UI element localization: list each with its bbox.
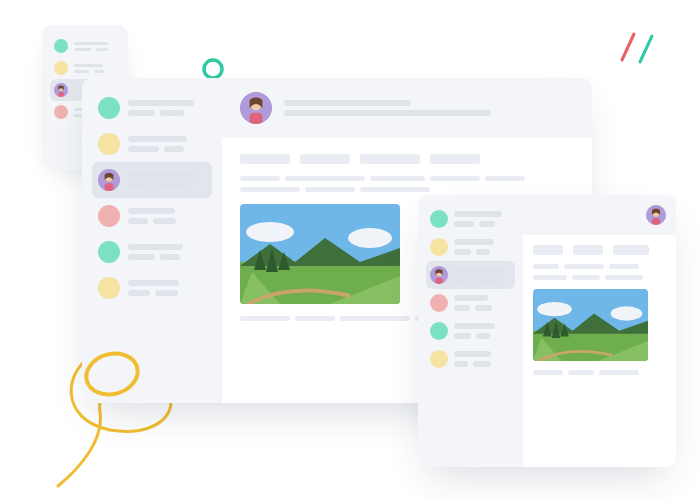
conversation-body: landscape-photo xyxy=(523,235,676,385)
conversation-list-item[interactable] xyxy=(92,198,212,234)
placeholder-lines xyxy=(454,295,511,311)
placeholder-lines xyxy=(454,211,511,227)
avatar-dot xyxy=(430,350,448,368)
placeholder-paragraph xyxy=(240,176,574,192)
conversation-list-item[interactable] xyxy=(426,205,515,233)
svg-line-2 xyxy=(640,36,652,62)
placeholder-lines xyxy=(74,42,116,51)
conversation-header: photo xyxy=(523,195,676,235)
avatar-photo xyxy=(98,169,120,191)
placeholder-lines xyxy=(454,323,511,339)
placeholder-lines xyxy=(284,100,514,116)
avatar-dot xyxy=(430,294,448,312)
placeholder-lines xyxy=(128,100,206,116)
conversation-list-item[interactable] xyxy=(426,289,515,317)
placeholder-paragraph xyxy=(533,370,666,375)
tab-row xyxy=(533,245,666,255)
placeholder-paragraph xyxy=(533,264,666,280)
avatar-dot xyxy=(98,133,120,155)
conversation-list-item[interactable] xyxy=(50,57,120,79)
conversation-list-item[interactable] xyxy=(426,345,515,373)
svg-point-15 xyxy=(348,228,392,248)
svg-rect-22 xyxy=(435,278,442,284)
placeholder-lines xyxy=(128,208,206,224)
svg-point-0 xyxy=(204,60,222,78)
avatar-dot xyxy=(430,210,448,228)
conversation-list-item[interactable] xyxy=(92,234,212,270)
avatar-dot xyxy=(98,277,120,299)
svg-line-1 xyxy=(622,34,634,60)
avatar-photo xyxy=(646,205,666,225)
conversation-list-item[interactable] xyxy=(426,317,515,345)
image-attachment[interactable] xyxy=(240,204,400,304)
avatar-photo xyxy=(240,92,272,124)
chat-window-medium: #7ce0c3 #f6e3a1 xyxy=(418,195,676,467)
conversation-list: #7ce0c3 #f6e3a1 xyxy=(82,78,222,403)
conversation-pane: photo xyxy=(523,195,676,467)
avatar-dot xyxy=(430,322,448,340)
conversation-list-item[interactable] xyxy=(426,233,515,261)
avatar-dot xyxy=(430,238,448,256)
tab-row xyxy=(240,154,574,164)
svg-point-16 xyxy=(246,222,294,242)
conversation-list: #7ce0c3 #f6e3a1 xyxy=(418,195,523,467)
avatar-dot xyxy=(98,205,120,227)
conversation-list-item[interactable] xyxy=(50,35,120,57)
placeholder-lines xyxy=(128,280,206,296)
placeholder-lines xyxy=(454,351,511,367)
svg-rect-12 xyxy=(250,113,263,124)
svg-point-29 xyxy=(537,302,572,316)
conversation-list-item[interactable] xyxy=(92,270,212,306)
conversation-list-item[interactable] xyxy=(92,90,212,126)
placeholder-lines xyxy=(454,239,511,255)
accent-slash-pair xyxy=(612,28,658,66)
svg-rect-6 xyxy=(58,92,64,97)
conversation-list-item[interactable] xyxy=(426,261,515,289)
svg-rect-25 xyxy=(652,218,660,225)
avatar-photo xyxy=(430,266,448,284)
svg-rect-9 xyxy=(105,183,114,191)
avatar-dot xyxy=(54,61,68,75)
image-attachment[interactable] xyxy=(533,289,648,361)
placeholder-lines xyxy=(128,136,206,152)
placeholder-lines xyxy=(454,267,511,283)
placeholder-lines xyxy=(128,244,206,260)
avatar-dot xyxy=(54,39,68,53)
svg-point-28 xyxy=(611,306,643,320)
avatar-photo xyxy=(54,83,68,97)
conversation-list-item[interactable] xyxy=(92,126,212,162)
conversation-header: photo xyxy=(222,78,592,138)
placeholder-lines xyxy=(74,64,116,73)
avatar-dot xyxy=(98,97,120,119)
avatar-dot xyxy=(54,105,68,119)
avatar-dot xyxy=(98,241,120,263)
conversation-list-item[interactable] xyxy=(92,162,212,198)
placeholder-lines xyxy=(128,172,206,188)
